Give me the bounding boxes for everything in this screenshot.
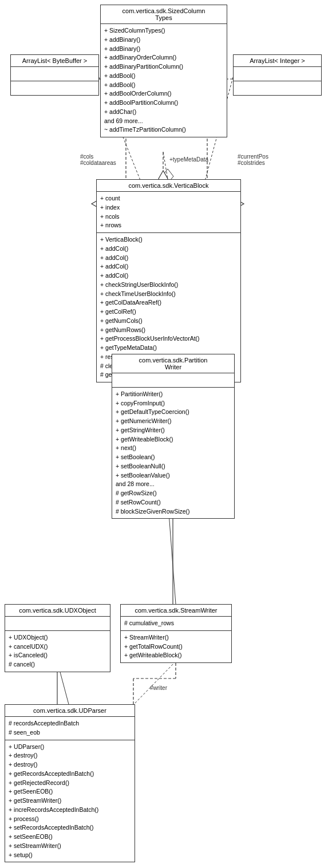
svg-line-9 [134, 661, 176, 704]
partition-writer-methods: + PartitionWriter() + copyFromInput() + … [112, 388, 234, 519]
cols-label: #cols #coldataareas [80, 153, 116, 166]
arraylist-integer-methods [234, 81, 321, 95]
arraylist-integer-fields [234, 67, 321, 81]
current-pos-label: #currentPos #colstrides [238, 153, 268, 166]
writer-label: #writer [150, 685, 167, 691]
sized-column-types-title: com.vertica.sdk.SizedColumn Types [101, 5, 227, 24]
sized-column-types-methods: + SizedColumnTypes() + addBinary() + add… [101, 24, 227, 137]
partition-writer-box: com.vertica.sdk.Partition Writer + Parti… [112, 354, 235, 519]
partition-writer-fields [112, 373, 234, 388]
ud-parser-fields: # recordsAcceptedInBatch # seen_eob [5, 717, 135, 740]
arraylist-bytebuffer-fields [11, 67, 98, 81]
svg-line-3 [163, 152, 168, 179]
diagram-container: com.vertica.sdk.SizedColumn Types + Size… [0, 0, 332, 868]
stream-writer-box: com.vertica.sdk.StreamWriter # cumulativ… [120, 604, 232, 663]
udx-object-box: com.vertica.sdk.UDXObject + UDXObject() … [5, 604, 110, 672]
arraylist-integer-box: ArrayList< Integer > [233, 54, 322, 96]
arraylist-integer-title: ArrayList< Integer > [234, 55, 321, 67]
stream-writer-fields: # cumulative_rows [121, 617, 231, 631]
partition-writer-title: com.vertica.sdk.Partition Writer [112, 354, 234, 373]
vertica-block-box: com.vertica.sdk.VerticaBlock + count + i… [96, 179, 241, 382]
stream-writer-title: com.vertica.sdk.StreamWriter [121, 605, 231, 617]
udx-object-methods: + UDXObject() + cancelUDX() + isCanceled… [5, 631, 110, 672]
arraylist-bytebuffer-methods [11, 81, 98, 95]
stream-writer-methods: + StreamWriter() + getTotalRowCount() + … [121, 631, 231, 662]
ud-parser-methods: + UDParser() + destroy() + destroy() + g… [5, 740, 135, 862]
ud-parser-title: com.vertica.sdk.UDParser [5, 705, 135, 717]
sized-column-types-box: com.vertica.sdk.SizedColumn Types + Size… [100, 5, 227, 137]
arraylist-bytebuffer-title: ArrayList< ByteBuffer > [11, 55, 98, 67]
vertica-block-fields: + count + index + ncols + nrows [97, 192, 240, 233]
ud-parser-box: com.vertica.sdk.UDParser # recordsAccept… [5, 704, 135, 862]
udx-object-fields [5, 617, 110, 631]
vertica-block-title: com.vertica.sdk.VerticaBlock [97, 180, 240, 192]
udx-object-title: com.vertica.sdk.UDXObject [5, 605, 110, 617]
arraylist-bytebuffer-box: ArrayList< ByteBuffer > [10, 54, 99, 96]
type-metadata-label: +typeMetaData [169, 156, 208, 163]
